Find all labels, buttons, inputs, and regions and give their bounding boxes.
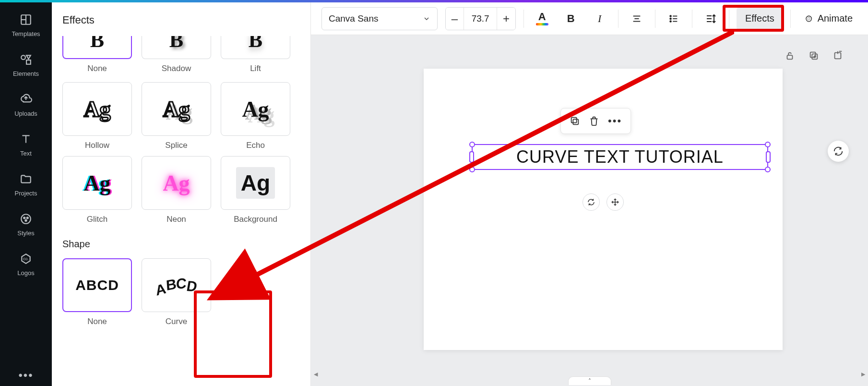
style-label: Background [234, 215, 277, 224]
rail-templates[interactable]: Templates [12, 13, 40, 37]
svg-text:co.: co. [23, 256, 29, 261]
rail-more-icon[interactable]: ••• [18, 369, 33, 386]
rail-styles[interactable]: Styles [17, 212, 34, 237]
style-background-tile[interactable]: Ag [221, 156, 290, 210]
window-top-gradient [0, 0, 868, 2]
shape-section-title: Shape [62, 239, 300, 250]
floating-toolbar: ••• [560, 108, 631, 134]
svg-point-3 [21, 55, 25, 60]
svg-point-26 [808, 17, 810, 20]
font-size-decrease-button[interactable]: – [446, 8, 464, 30]
shape-none-tile[interactable]: ABCD [62, 258, 132, 312]
svg-point-8 [24, 217, 25, 218]
selected-text-box[interactable]: CURVE TEXT TUTORIAL [472, 144, 768, 170]
effects-label: Effects [745, 13, 774, 24]
resize-handle[interactable] [469, 167, 475, 172]
rail-uploads[interactable]: Uploads [14, 93, 37, 117]
alignment-button[interactable] [626, 7, 647, 30]
page-expand-handle[interactable]: ˄ [568, 376, 611, 385]
style-echo-tile[interactable]: Ag [221, 82, 290, 136]
move-icon[interactable] [606, 193, 624, 211]
rainbow-swatch [536, 23, 548, 25]
style-hollow-tile[interactable]: Ag [62, 82, 132, 136]
rail-label: Projects [15, 190, 37, 197]
resize-handle[interactable] [469, 151, 474, 163]
font-size-input[interactable] [464, 8, 497, 30]
font-size-group: – + [445, 7, 516, 30]
more-icon[interactable]: ••• [608, 115, 622, 127]
sync-icon[interactable] [583, 193, 600, 211]
style-lift-tile[interactable]: B [221, 36, 290, 59]
sample-text: ABCD [75, 277, 119, 293]
style-none-tile[interactable]: B [62, 36, 132, 59]
svg-rect-27 [787, 55, 793, 59]
style-label: None [87, 64, 107, 73]
refresh-fab[interactable] [828, 141, 849, 162]
rail-text[interactable]: Text [19, 133, 33, 157]
rail-projects[interactable]: Projects [15, 172, 37, 197]
list-button[interactable] [663, 7, 684, 30]
panel-title: Effects [62, 14, 300, 26]
separator [790, 10, 791, 28]
add-page-icon[interactable] [832, 49, 844, 62]
style-neon-tile[interactable]: Ag [142, 156, 211, 210]
spacing-button[interactable] [700, 7, 721, 30]
italic-button[interactable]: I [589, 7, 610, 30]
font-family-select[interactable]: Canva Sans [321, 7, 438, 30]
svg-point-7 [21, 214, 31, 224]
canvas-text: CURVE TEXT TUTORIAL [516, 147, 724, 167]
style-label: Neon [166, 215, 186, 224]
sample-text: Ag [236, 167, 275, 199]
scroll-right-icon[interactable]: ▶ [861, 371, 865, 377]
separator [655, 10, 655, 28]
resize-handle[interactable] [766, 151, 771, 163]
scroll-left-icon[interactable]: ◀ [314, 371, 318, 377]
style-splice-tile[interactable]: Ag [142, 82, 211, 136]
rail-elements[interactable]: Elements [13, 53, 39, 77]
rail-logos[interactable]: co. Logos [17, 252, 34, 277]
refresh-icon [833, 146, 844, 157]
bold-button[interactable]: B [560, 7, 582, 30]
svg-point-10 [25, 220, 26, 221]
align-center-icon [631, 13, 642, 24]
effects-button[interactable]: Effects [737, 7, 783, 30]
uploads-icon [19, 93, 33, 106]
sample-text: ABCD [155, 275, 197, 295]
separator [729, 10, 729, 28]
elements-icon [19, 53, 33, 66]
sample-text: Ag [163, 170, 190, 196]
separator [523, 10, 524, 28]
rail-label: Text [20, 150, 32, 157]
delete-icon[interactable] [589, 116, 599, 126]
font-size-increase-button[interactable]: + [497, 8, 515, 30]
sample-text: B [169, 36, 183, 45]
rail-label: Styles [17, 229, 34, 237]
style-glitch-tile[interactable]: Ag [62, 156, 132, 210]
sample-text: Ag [163, 96, 190, 122]
lock-page-icon[interactable] [784, 49, 796, 62]
separator [692, 10, 692, 28]
text-color-button[interactable]: A [532, 7, 553, 30]
resize-handle[interactable] [765, 142, 771, 147]
design-canvas[interactable]: ••• CURVE TEXT TUTORIAL [424, 69, 783, 350]
resize-handle[interactable] [765, 167, 771, 172]
text-icon [19, 133, 33, 146]
separator [618, 10, 618, 28]
style-label: Lift [250, 64, 261, 73]
below-selection-controls [424, 193, 783, 211]
effects-panel: Effects B None B Shadow B Lift Ag Hollow… [52, 2, 311, 386]
style-label: Echo [246, 141, 265, 150]
shape-curve-tile[interactable]: ABCD [142, 258, 211, 312]
style-label: Curve [166, 317, 187, 326]
templates-icon [19, 13, 33, 26]
style-shadow-tile[interactable]: B [142, 36, 211, 59]
animate-button[interactable]: Animate [798, 7, 859, 30]
copy-icon[interactable] [570, 116, 580, 126]
list-icon [668, 13, 679, 24]
chevron-down-icon [423, 15, 430, 23]
duplicate-page-icon[interactable] [808, 49, 820, 62]
svg-rect-35 [573, 119, 578, 124]
resize-handle[interactable] [469, 142, 475, 147]
sample-text: Ag [83, 170, 110, 196]
style-label: None [87, 317, 107, 326]
